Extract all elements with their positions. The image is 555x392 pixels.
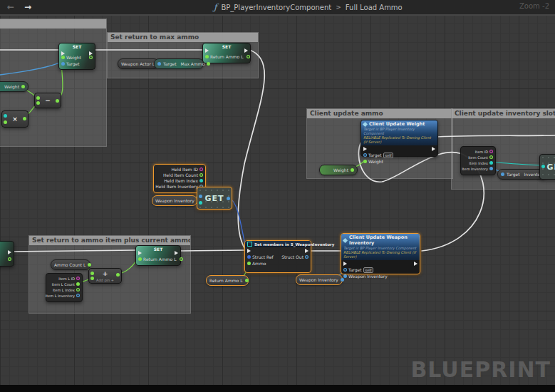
nav-forward-icon[interactable]: → (24, 0, 31, 14)
pill-ammo-count-l[interactable]: Ammo Count L (51, 259, 90, 270)
item-l-index-label: Item L Index (53, 288, 75, 292)
element-out-pin[interactable] (227, 197, 230, 200)
item-l-id-pin[interactable] (76, 277, 80, 280)
breadcrumb: ƒ BP_PlayerInventoryComponent > Full Loa… (214, 0, 403, 14)
weight-out-pin[interactable] (351, 168, 354, 172)
weight-pin[interactable] (363, 160, 367, 163)
pill-weapon-actor-l[interactable]: Weapon Actor L (118, 58, 159, 69)
weight-pin[interactable] (61, 56, 65, 59)
pill-get-max-ammo[interactable]: Target Max Ammo (154, 58, 204, 69)
item-l-inventory-pin[interactable] (76, 294, 80, 297)
node-array-get[interactable]: GET (197, 187, 232, 210)
weapon-inventory-out-pin[interactable] (341, 278, 344, 282)
value-out-pin[interactable] (8, 257, 11, 261)
node-subtract[interactable]: − (34, 93, 61, 108)
target-in-pin[interactable] (157, 62, 161, 66)
node-set-weight[interactable]: SET Weight Target (58, 43, 95, 70)
node-array-get-right[interactable]: GET (539, 154, 555, 180)
target-in-pin[interactable] (501, 172, 504, 176)
comment-ammo-plus-title[interactable]: Set return to ammo item plus current amm… (29, 236, 190, 245)
index-in-pin[interactable] (541, 165, 545, 168)
return-ammo-pin[interactable] (205, 55, 209, 58)
weapon-inventory-label: Weapon Inventory (155, 198, 194, 203)
pill-weapon-inventory-bottom[interactable]: Weapon Inventory (296, 274, 343, 285)
add-pin-button[interactable]: Add pin + (89, 278, 121, 282)
weight-out-pin[interactable] (21, 85, 25, 88)
add-in-a-pin[interactable] (90, 272, 94, 275)
node-item-break[interactable]: Item ID Item Count Item Index Item Inven… (460, 146, 496, 175)
pill-weapon-inventory-mid[interactable]: Weapon Inventory (152, 195, 197, 206)
exec-out-pin[interactable] (89, 51, 93, 56)
exec-out-pin[interactable] (432, 147, 435, 151)
node-set-return-max-ammo[interactable]: SET Return Ammo L (202, 43, 251, 63)
held-item-index-pin[interactable] (199, 179, 203, 182)
struct-out-pin[interactable] (305, 255, 308, 259)
subtract-out-pin[interactable] (56, 99, 59, 103)
node-set-members[interactable]: Set members in S_WeaponInventory Struct … (244, 240, 311, 273)
return-ammo-out-pin[interactable] (245, 279, 249, 282)
index-in-pin[interactable] (199, 201, 202, 205)
node-item-l-break[interactable]: Item L ID Item L Count Item L Index Item… (46, 273, 83, 302)
node-title: Set members in S_WeaponInventory (254, 242, 334, 247)
get-title: GET (204, 194, 224, 203)
item-count-pin[interactable] (489, 155, 493, 159)
held-item-count-pin[interactable] (199, 173, 203, 177)
comment-client-update-ammo-title[interactable]: Client update ammo (307, 109, 452, 118)
exec-out-pin[interactable] (305, 249, 308, 253)
pill-weight[interactable]: Weight (319, 165, 358, 175)
exec-out-pin[interactable] (8, 250, 11, 254)
item-id-pin[interactable] (489, 150, 493, 153)
ammo-pin[interactable] (247, 262, 251, 265)
pill-return-ammo-l[interactable]: Return Ammo L (206, 275, 249, 286)
target-pin[interactable] (61, 62, 65, 66)
comment-max-ammo-title[interactable]: Set return to max ammo (108, 33, 258, 42)
breadcrumb-current[interactable]: Full Load Ammo (346, 4, 403, 11)
node-set-return-ammo[interactable]: SET Return Ammo L (135, 245, 181, 266)
graph-canvas[interactable]: BLUEPRINT Set return to max ammo Client … (0, 14, 555, 385)
weapon-inventory-pin[interactable] (343, 274, 347, 278)
array-in-pin[interactable] (199, 195, 202, 198)
pill-get-weight[interactable]: Target Weight (0, 81, 28, 92)
node-client-update-weapon-inventory[interactable]: Client Update Weapon Inventory Target is… (341, 233, 420, 274)
value-out-pin[interactable] (180, 257, 183, 261)
exec-in-pin[interactable] (205, 48, 209, 53)
node-multiply[interactable]: × (1, 110, 28, 128)
rpc-event-icon (363, 121, 368, 126)
exec-in-pin[interactable] (138, 251, 142, 255)
exec-in-pin[interactable] (61, 51, 65, 56)
set-weight-title: SET (59, 43, 95, 50)
exec-out-pin[interactable] (175, 251, 178, 255)
value-out-pin[interactable] (89, 56, 93, 59)
item-l-index-pin[interactable] (76, 288, 80, 292)
return-ammo-pin[interactable] (138, 257, 142, 261)
struct-ref-pin[interactable] (247, 255, 251, 259)
comment-top-left-title[interactable] (0, 19, 106, 29)
self-value[interactable]: self (363, 267, 374, 273)
nav-back-icon[interactable]: ← (7, 0, 14, 14)
breadcrumb-root[interactable]: BP_PlayerInventoryComponent (221, 4, 331, 11)
exec-out-pin[interactable] (244, 48, 248, 53)
target-pin[interactable] (343, 268, 347, 272)
add-out-pin[interactable] (116, 273, 120, 277)
node-add[interactable]: + Add pin + (88, 268, 122, 284)
node-client-update-weight[interactable]: Client Update Weight Target is BP Player… (361, 120, 438, 157)
exec-in-pin[interactable] (363, 147, 367, 151)
exec-in-pin[interactable] (247, 249, 251, 253)
item-l-count-pin[interactable] (76, 282, 80, 286)
item-inventory-pin[interactable] (489, 167, 493, 170)
subtract-in-a-pin[interactable] (36, 96, 40, 100)
node-set-sliver[interactable] (0, 241, 14, 267)
comment-client-update-inventory-slot-title[interactable]: Client update inventory slot (452, 109, 555, 118)
struct-out-label: Struct Out (281, 254, 304, 259)
multiply-in-a-pin[interactable] (4, 114, 7, 118)
exec-in-pin[interactable] (343, 262, 347, 266)
held-item-id-pin[interactable] (199, 167, 203, 171)
multiply-out-pin[interactable] (23, 117, 26, 120)
self-value[interactable]: self (383, 153, 394, 158)
subtract-in-b-pin[interactable] (36, 101, 40, 105)
multiply-in-b-pin[interactable] (4, 120, 7, 124)
item-index-pin[interactable] (489, 161, 493, 165)
value-out-pin[interactable] (247, 55, 250, 58)
target-pin[interactable] (363, 153, 367, 157)
exec-out-pin[interactable] (414, 262, 417, 266)
